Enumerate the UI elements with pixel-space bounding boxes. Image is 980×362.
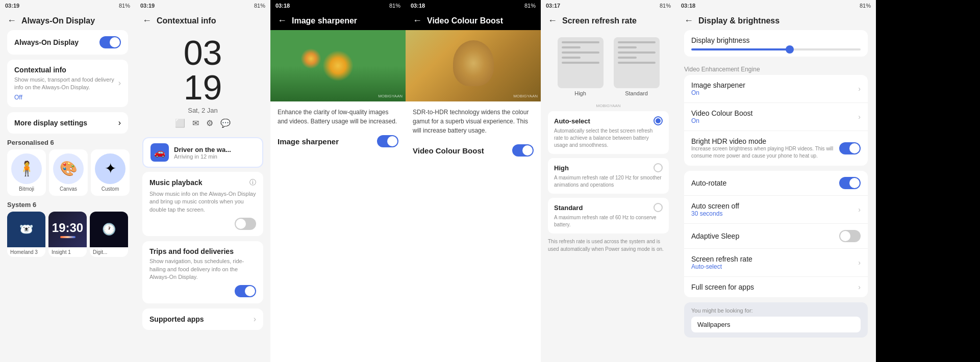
- high-radio[interactable]: [654, 163, 663, 172]
- panel-always-on-display: 03:19 81% ← Always-On Display Always-On …: [0, 0, 135, 362]
- screen-refresh-item[interactable]: Screen refresh rate Auto-select ›: [684, 249, 868, 277]
- status-bar-2: 03:19 81%: [135, 0, 270, 11]
- status-right-1: 81%: [119, 3, 130, 9]
- colour-boost-desc: SDR-to-HDR technology widens the colour …: [413, 108, 534, 135]
- you-might-section: You might be looking for: Wallpapers: [684, 302, 868, 338]
- always-on-toggle[interactable]: [99, 36, 121, 48]
- grid-item-bitmoji[interactable]: 🧍 Bitmoji: [7, 149, 46, 196]
- display-settings-list: Auto-rotate Auto screen off 30 seconds ›…: [684, 171, 868, 297]
- full-screen-arrow-icon: ›: [858, 283, 861, 291]
- back-arrow-icon-6[interactable]: ←: [684, 15, 693, 26]
- standard-option-label: Standard: [614, 90, 660, 96]
- more-display-card[interactable]: More display settings ›: [7, 112, 128, 134]
- trips-toggle[interactable]: [235, 285, 256, 297]
- colour-boost-toggle[interactable]: [512, 144, 534, 157]
- always-on-toggle-card: Always-On Display: [7, 30, 128, 55]
- brightness-slider[interactable]: [691, 48, 861, 50]
- custom-label: Custom: [95, 186, 125, 192]
- status-right-4: 81%: [524, 3, 536, 9]
- driver-info: Driver on the wa... Arriving in 12 min: [174, 146, 231, 160]
- header-6: ← Display & brightness: [676, 11, 876, 30]
- auto-rotate-toggle[interactable]: [839, 177, 861, 189]
- contextual-desc: Show music, transport and food delivery …: [14, 76, 118, 92]
- high-option-visual: High: [558, 37, 604, 96]
- sharpener-toggle-row: Image sharpener: [278, 133, 398, 149]
- auto-screen-off-sub: 30 seconds: [691, 210, 739, 217]
- header-4: ← Video Colour Boost: [406, 11, 541, 30]
- driver-icon: 🚗: [150, 143, 169, 162]
- bright-hdr-toggle[interactable]: [839, 142, 861, 154]
- sys-item-digit[interactable]: 🕐 Digit...: [90, 212, 128, 257]
- grid-item-canvas[interactable]: 🎨 Canvas: [49, 149, 88, 196]
- content-6: Display brightness Video Enhancement Eng…: [676, 30, 876, 338]
- full-screen-item[interactable]: Full screen for apps ›: [684, 277, 868, 297]
- contextual-card[interactable]: Contextual info Show music, transport an…: [7, 60, 128, 107]
- auto-rotate-title: Auto-rotate: [691, 179, 726, 187]
- header-1: ← Always-On Display: [0, 11, 135, 30]
- status-right-2: 81%: [254, 3, 265, 9]
- header-2: ← Contextual info: [135, 11, 270, 30]
- video-colour-boost-item[interactable]: Video Colour Boost On ›: [684, 103, 868, 131]
- status-time-1: 03:19: [5, 3, 19, 9]
- watermark-3: MOBIGYAAN: [378, 94, 403, 98]
- sharpener-toggle[interactable]: [377, 135, 398, 147]
- bitmoji-icon: 🧍: [11, 153, 42, 184]
- refresh-options-list: Auto-select Automatically select the bes…: [541, 111, 676, 234]
- back-arrow-icon-4[interactable]: ←: [413, 15, 422, 26]
- status-bar-4: 03:18 81%: [406, 0, 541, 11]
- homeland-preview: 🐻‍❄️: [7, 212, 45, 247]
- sharpener-desc: Enhance the clarity of low-quality image…: [278, 108, 398, 126]
- fb-icon: ⬜: [175, 118, 185, 128]
- status-bar-6: 03:18 81%: [676, 0, 876, 11]
- auto-select-option[interactable]: Auto-select Automatically select the bes…: [548, 111, 669, 154]
- back-arrow-icon-5[interactable]: ←: [548, 15, 557, 26]
- contextual-title: Contextual info: [14, 66, 118, 74]
- refresh-note: This refresh rate is used across the sys…: [541, 238, 676, 253]
- display-brightness-item: Display brightness: [684, 30, 868, 57]
- supported-apps-row[interactable]: Supported apps ›: [142, 308, 263, 330]
- music-title: Music playback: [149, 178, 203, 187]
- video-colour-preview: MOBIGYAAN: [406, 30, 541, 101]
- music-desc: Show music info on the Always-On Display…: [149, 190, 256, 214]
- homeland-label: Homeland 3: [7, 247, 45, 257]
- personalised-section-title: Personalised 6: [7, 139, 128, 146]
- content-3: Enhance the clarity of low-quality image…: [270, 101, 406, 156]
- trips-toggle-row: [149, 285, 256, 297]
- auto-screen-off-item[interactable]: Auto screen off 30 seconds ›: [684, 196, 868, 224]
- back-arrow-icon-2[interactable]: ←: [142, 15, 152, 26]
- image-sharpener-item[interactable]: Image sharpener On ›: [684, 75, 868, 103]
- standard-radio[interactable]: [654, 203, 663, 212]
- personalised-grid: 🧍 Bitmoji 🎨 Canvas ✦ Custom: [7, 149, 128, 196]
- watermark-4: MOBIGYAAN: [513, 94, 538, 98]
- sys-item-insight[interactable]: 19:30 Insight 1: [48, 212, 87, 257]
- clock-display: 0319 Sat, 2 Jan ⬜ ✉ ⚙ 💬: [135, 30, 270, 133]
- grid-item-custom[interactable]: ✦ Custom: [91, 149, 130, 196]
- brightness-thumb[interactable]: [786, 45, 794, 54]
- trips-card: Trips and food deliveries Show navigatio…: [142, 241, 263, 303]
- back-arrow-icon-3[interactable]: ←: [278, 15, 287, 26]
- back-arrow-icon-1[interactable]: ←: [7, 15, 16, 26]
- panel-image-sharpener: 03:18 81% ← Image sharpener MOBIGYAAN En…: [270, 0, 406, 362]
- refresh-preview: High Standard: [541, 30, 676, 104]
- panel-screen-refresh: 03:17 81% ← Screen refresh rate High: [541, 0, 676, 362]
- bitmoji-label: Bitmoji: [11, 186, 42, 192]
- clock-time: 0319: [140, 35, 265, 105]
- insight-time: 19:30: [52, 221, 83, 235]
- status-bar-3: 03:18 81%: [270, 0, 406, 11]
- high-option[interactable]: High A maximum refresh rate of 120 Hz fo…: [548, 158, 669, 194]
- music-toggle[interactable]: [235, 218, 256, 230]
- driver-sub: Arriving in 12 min: [174, 153, 231, 160]
- header-5: ← Screen refresh rate: [541, 11, 676, 30]
- adaptive-sleep-toggle[interactable]: [839, 230, 861, 242]
- display-brightness-title: Display brightness: [691, 36, 861, 44]
- high-refresh-option: [558, 37, 604, 88]
- more-display-label: More display settings: [14, 119, 87, 127]
- wallpapers-button[interactable]: Wallpapers: [691, 317, 861, 332]
- auto-select-radio[interactable]: [654, 116, 663, 125]
- sys-item-homeland[interactable]: 🐻‍❄️ Homeland 3: [7, 212, 45, 257]
- standard-option-visual: Standard: [614, 37, 660, 96]
- trips-desc: Show navigation, bus schedules, ride-hai…: [149, 257, 256, 281]
- standard-option[interactable]: Standard A maximum refresh rate of 60 Hz…: [548, 198, 669, 234]
- full-screen-title: Full screen for apps: [691, 283, 754, 291]
- battery-2: 81%: [254, 3, 265, 9]
